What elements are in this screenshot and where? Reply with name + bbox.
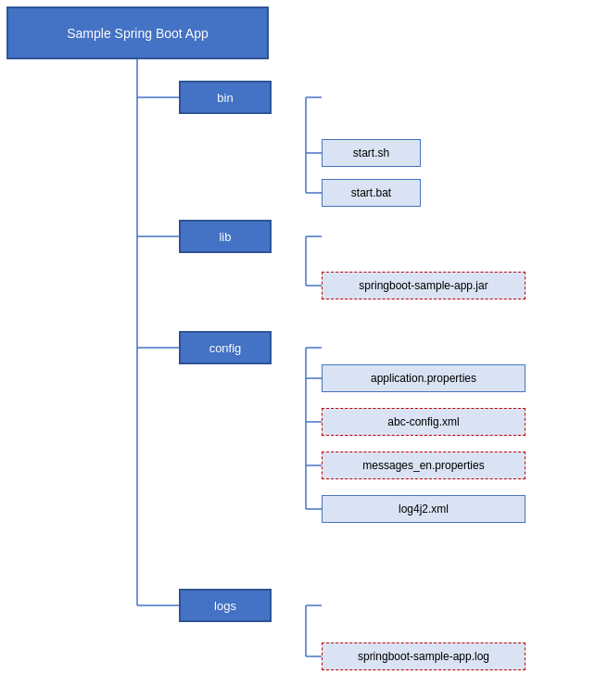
folder-config-label: config [209, 341, 242, 355]
folder-config[interactable]: config [179, 331, 272, 364]
file-jar-label: springboot-sample-app.jar [359, 279, 487, 292]
file-messages[interactable]: messages_en.properties [322, 452, 525, 479]
connector-lines [0, 0, 595, 700]
root-label: Sample Spring Boot App [67, 26, 209, 41]
file-app-log-label: springboot-sample-app.log [358, 650, 489, 663]
file-start-bat-label: start.bat [351, 186, 391, 199]
file-app-properties-label: application.properties [371, 372, 476, 385]
folder-logs[interactable]: logs [179, 589, 272, 622]
file-app-properties[interactable]: application.properties [322, 364, 525, 392]
file-messages-label: messages_en.properties [362, 459, 484, 472]
file-start-sh-label: start.sh [353, 146, 389, 159]
folder-bin[interactable]: bin [179, 81, 272, 114]
file-start-sh[interactable]: start.sh [322, 139, 421, 167]
root-node: Sample Spring Boot App [6, 6, 269, 59]
file-jar[interactable]: springboot-sample-app.jar [322, 272, 525, 299]
folder-lib[interactable]: lib [179, 220, 272, 253]
file-abc-config[interactable]: abc-config.xml [322, 408, 525, 436]
file-abc-config-label: abc-config.xml [387, 415, 459, 428]
folder-logs-label: logs [214, 599, 236, 613]
file-log4j2[interactable]: log4j2.xml [322, 495, 525, 523]
file-start-bat[interactable]: start.bat [322, 179, 421, 207]
folder-lib-label: lib [219, 230, 231, 244]
file-log4j2-label: log4j2.xml [399, 503, 449, 515]
file-app-log[interactable]: springboot-sample-app.log [322, 643, 525, 670]
folder-bin-label: bin [217, 91, 233, 105]
diagram: Sample Spring Boot App bin lib config lo… [0, 0, 595, 700]
